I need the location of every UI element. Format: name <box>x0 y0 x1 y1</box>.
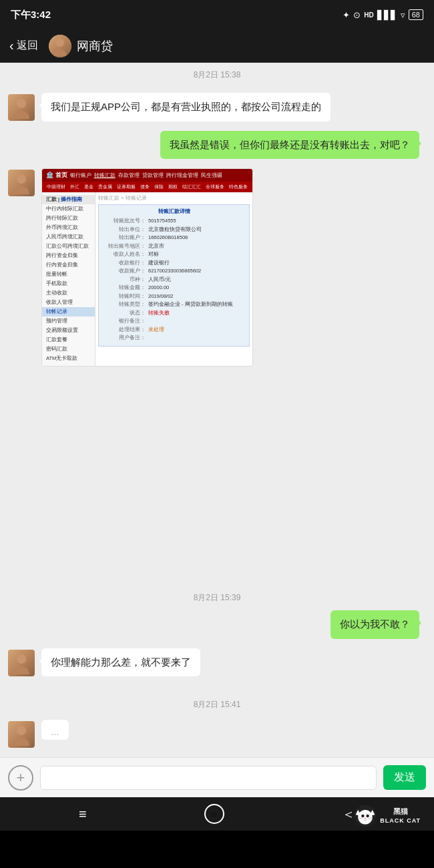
bank-tab-wh: 外汇 <box>68 183 81 191</box>
back-button[interactable]: ‹ 返回 <box>9 38 38 53</box>
bubble-4: 你以为我不敢？ <box>331 610 419 639</box>
bank-row-user-remark: 用户备注： <box>101 335 246 342</box>
avatar-image <box>49 35 71 57</box>
bank-sidebar-pwd: 密码汇款 <box>42 345 95 354</box>
bank-value-bank: 建设银行 <box>148 260 246 267</box>
bank-sidebar-limit: 交易限额设置 <box>42 326 95 335</box>
bank-detail-title: 转账汇款详情 <box>101 208 246 215</box>
hd-icon: HD <box>364 11 373 19</box>
back-label: 返回 <box>17 39 38 53</box>
avatar-graphic-1 <box>8 94 35 121</box>
messages-container: 我们是正规APP公司，都是有营业执照的，都按公司流程走的 我虽然是错误，但你们最… <box>0 87 434 586</box>
bank-sidebar: 汇款 | 操作指南 中行内转际汇款 跨行转际汇款 外币跨境汇款 人民币跨境汇款 … <box>42 192 95 366</box>
bank-sidebar-foreign: 外币跨境汇款 <box>42 223 95 232</box>
cat-icon-svg <box>353 804 377 828</box>
message-2: 我虽然是错误，但你们最终还是没有转账出去，对吧？ <box>8 131 426 160</box>
bank-label-payee-acc: 收款账户： <box>101 268 148 275</box>
bubble-partial: ··· <box>41 720 69 740</box>
battery-icon: 68 <box>409 9 423 20</box>
status-time: 下午3:42 <box>11 9 51 21</box>
bank-row-payee-name: 收款人姓名： 对标 <box>101 251 246 258</box>
message-1: 我们是正规APP公司，都是有营业执照的，都按公司流程走的 <box>8 93 426 122</box>
bank-value-user-remark <box>148 335 246 342</box>
menu-button[interactable]: ≡ <box>65 801 100 827</box>
bank-content: 汇款 | 操作指南 中行内转际汇款 跨行转际汇款 外币跨境汇款 人民币跨境汇款 … <box>42 192 252 366</box>
bank-label-acc: 转出账户： <box>101 234 148 242</box>
bank-value-unit: 北京微粒快贷有限公司 <box>148 226 246 234</box>
bank-value-acc: 1660260B018508 <box>148 234 246 242</box>
bank-value-time: 2019/08/02 <box>148 293 246 300</box>
bank-row-status: 状态： 转账失败 <box>101 310 246 317</box>
svg-point-3 <box>358 810 373 825</box>
avatar-graphic-3 <box>8 170 35 196</box>
wifi-icon: ▿ <box>401 10 405 20</box>
bank-row-unit: 转出单位： 北京微粒快贷有限公司 <box>101 226 246 234</box>
timestamp-2: 8月2日 15:39 <box>0 586 434 610</box>
bank-screenshot: 🏦 首页 银行账户 转账汇款 存款管理 贷款管理 跨行现金管理 民生强疆 中级理… <box>41 168 253 367</box>
bank-main-content: 转账汇款 > 转账记录 转账汇款详情 转账批次号： 5015754555 转出单… <box>95 192 252 366</box>
bank-tab-ts: 特色服务 <box>227 183 250 191</box>
bank-row-type: 转账类型： 签约金融企业 - 网贷款新到期的转账 <box>101 301 246 308</box>
bank-sidebar-domestic: 中行内转际汇款 <box>42 204 95 214</box>
bank-label-payee-name: 收款人姓名： <box>101 251 148 258</box>
bank-tab-zq: 证券期服 <box>115 183 138 191</box>
bank-value-type: 签约金融企业 - 网贷款新到期的转账 <box>148 301 246 308</box>
black-cat-text: 黑猫BLACK CAT <box>380 807 421 825</box>
chat-area: 8月2日 15:38 我们是正规APP公司，都是有营业执照的，都按公司流程走的 … <box>0 63 434 797</box>
bank-sidebar-mobile: 手机取款 <box>42 279 95 288</box>
bank-row-bank: 收款银行： 建设银行 <box>101 260 246 267</box>
bank-nav-bar: 🏦 首页 银行账户 转账汇款 存款管理 贷款管理 跨行现金管理 民生强疆 <box>42 169 252 182</box>
bank-tab-zw: 债务 <box>138 183 152 191</box>
status-bar: 下午3:42 ✦ ⊙ HD ▋▋▋ ▿ 68 <box>0 0 434 29</box>
bank-sidebar-pool1: 跨行资金归集 <box>42 251 95 260</box>
bubble-2: 我虽然是错误，但你们最终还是没有转账出去，对吧？ <box>160 131 419 160</box>
bank-sidebar-company: 汇款公司跨境汇款 <box>42 242 95 251</box>
bank-sidebar-appt: 预约管理 <box>42 316 95 326</box>
input-bar: + 发送 <box>0 757 434 797</box>
bank-value-amount: 20000.00 <box>148 284 246 292</box>
bank-tab-bx: 保险 <box>152 183 166 191</box>
bank-row-result: 处理结果： 未处理 <box>101 327 246 334</box>
bank-row-amount: 转账金额： 20000.00 <box>101 284 246 292</box>
bank-sidebar-records: 转帐记录 <box>42 307 95 316</box>
bank-label-status: 状态： <box>101 310 148 317</box>
bank-label-amount: 转账金额： <box>101 284 148 292</box>
bank-tab-qb: 全球服务 <box>204 183 226 191</box>
bank-sidebar-receive: 主动收款 <box>42 288 95 298</box>
partial-message-row: ··· <box>0 720 434 757</box>
alarm-icon: ⊙ <box>353 10 361 20</box>
message-3-bank: 🏦 首页 银行账户 转账汇款 存款管理 贷款管理 跨行现金管理 民生强疆 中级理… <box>8 168 426 367</box>
bank-logo: 🏦 首页 <box>46 171 67 180</box>
bank-tab-zl: 中级理财 <box>45 183 67 191</box>
bank-value-batch: 5015754555 <box>148 218 246 225</box>
bank-sidebar-payee: 收款人管理 <box>42 298 95 307</box>
message-input[interactable] <box>40 766 377 790</box>
status-icons: ✦ ⊙ HD ▋▋▋ ▿ 68 <box>343 9 423 20</box>
bank-tab-jj: 基金 <box>82 183 95 191</box>
bank-sidebar-title: 汇款 | 操作指南 <box>42 195 95 204</box>
bank-row-currency: 币种： 人民币/元 <box>101 276 246 284</box>
bank-tab-jjs: 贵金属 <box>96 183 114 191</box>
timestamp-1: 8月2日 15:38 <box>0 63 434 87</box>
svg-point-5 <box>367 815 370 818</box>
bank-row-batch: 转账批次号： 5015754555 <box>101 218 246 225</box>
bank-value-currency: 人民币/元 <box>148 276 246 284</box>
bank-label-result: 处理结果： <box>101 327 148 334</box>
bank-detail-table: 转账汇款详情 转账批次号： 5015754555 转出单位： 北京微粒快贷有限公… <box>98 204 250 347</box>
bank-sidebar-pkg: 汇款套餐 <box>42 335 95 345</box>
send-button[interactable]: 发送 <box>383 765 426 790</box>
bank-label-user-remark: 用户备注： <box>101 335 148 342</box>
bank-label-region: 转出账号地区： <box>101 243 148 250</box>
timestamp-3: 8月2日 15:41 <box>0 692 434 717</box>
bank-nav-more: 民生强疆 <box>201 172 222 179</box>
avatar-graphic-5 <box>8 650 35 676</box>
attachment-button[interactable]: + <box>8 765 33 791</box>
bank-label-type: 转账类型： <box>101 301 148 308</box>
bank-label-currency: 币种： <box>101 276 148 284</box>
bank-sidebar-rmb: 人民币跨境汇款 <box>42 232 95 242</box>
sender-avatar-3 <box>8 170 35 196</box>
bank-nav-transfer: 转账汇款 <box>94 172 116 179</box>
black-cat-logo: 黑猫BLACK CAT <box>353 804 421 828</box>
home-button[interactable]: ○ <box>204 804 224 824</box>
bank-row-remark: 银行备注： <box>101 318 246 325</box>
